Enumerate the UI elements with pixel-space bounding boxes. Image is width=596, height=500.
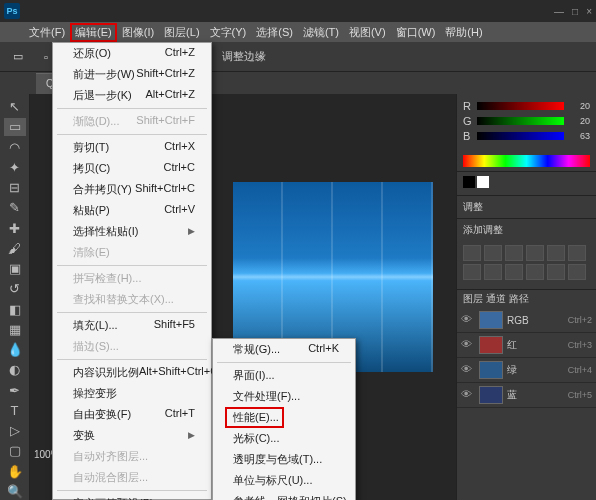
- refine-edge-button[interactable]: 调整边缘: [222, 49, 266, 64]
- menu-item[interactable]: 自由变换(F)Ctrl+T: [53, 404, 211, 425]
- menu-item[interactable]: 光标(C)...: [213, 428, 355, 449]
- menu-window[interactable]: 窗口(W): [391, 23, 441, 42]
- adj-icon[interactable]: [568, 264, 586, 280]
- adj-icon[interactable]: [484, 264, 502, 280]
- channel-thumb: [479, 336, 503, 354]
- wand-tool-icon[interactable]: ✦: [4, 159, 26, 176]
- channel-shortcut: Ctrl+3: [568, 340, 592, 350]
- adj-icon[interactable]: [505, 264, 523, 280]
- menu-item[interactable]: 变换▶: [53, 425, 211, 446]
- close-button[interactable]: ×: [586, 6, 592, 17]
- menu-item[interactable]: 单位与标尺(U)...: [213, 470, 355, 491]
- type-tool-icon[interactable]: T: [4, 402, 26, 419]
- menu-file[interactable]: 文件(F): [24, 23, 70, 42]
- channel-name: 红: [507, 338, 564, 352]
- menu-select[interactable]: 选择(S): [251, 23, 298, 42]
- window-controls: — □ ×: [554, 6, 592, 17]
- menu-item[interactable]: 填充(L)...Shift+F5: [53, 315, 211, 336]
- b-label: B: [463, 130, 473, 142]
- menu-item[interactable]: 合并拷贝(Y)Shift+Ctrl+C: [53, 179, 211, 200]
- menu-item[interactable]: 参考线、网格和切片(S)...: [213, 491, 355, 500]
- crop-tool-icon[interactable]: ⊟: [4, 179, 26, 196]
- hand-tool-icon[interactable]: ✋: [4, 463, 26, 480]
- channel-row[interactable]: 👁蓝Ctrl+5: [457, 383, 596, 408]
- menu-item[interactable]: 常规(G)...Ctrl+K: [213, 339, 355, 360]
- adj-icon[interactable]: [505, 245, 523, 261]
- menu-item[interactable]: 选择性粘贴(I)▶: [53, 221, 211, 242]
- app-logo: Ps: [4, 3, 20, 19]
- adj-icon[interactable]: [526, 245, 544, 261]
- menu-item[interactable]: 界面(I)...: [213, 365, 355, 386]
- move-tool-icon[interactable]: ↖: [4, 98, 26, 115]
- channel-thumb: [479, 311, 503, 329]
- stamp-tool-icon[interactable]: ▣: [4, 260, 26, 277]
- menu-item[interactable]: 性能(E)...: [213, 407, 355, 428]
- channel-name: 绿: [507, 363, 564, 377]
- adj-icon[interactable]: [526, 264, 544, 280]
- r-slider[interactable]: [477, 102, 564, 110]
- menu-item[interactable]: 拷贝(C)Ctrl+C: [53, 158, 211, 179]
- menu-item[interactable]: 透明度与色域(T)...: [213, 449, 355, 470]
- zoom-tool-icon[interactable]: 🔍: [4, 483, 26, 500]
- swatch[interactable]: [463, 176, 475, 188]
- menu-filter[interactable]: 滤镜(T): [298, 23, 344, 42]
- menu-type[interactable]: 文字(Y): [205, 23, 252, 42]
- brush-tool-icon[interactable]: 🖌: [4, 240, 26, 257]
- visibility-icon[interactable]: 👁: [461, 388, 475, 402]
- visibility-icon[interactable]: 👁: [461, 313, 475, 327]
- menu-item[interactable]: 后退一步(K)Alt+Ctrl+Z: [53, 85, 211, 106]
- history-brush-icon[interactable]: ↺: [4, 280, 26, 297]
- r-value: 20: [568, 101, 590, 111]
- adj-icon[interactable]: [547, 245, 565, 261]
- menu-item[interactable]: 前进一步(W)Shift+Ctrl+Z: [53, 64, 211, 85]
- swatch[interactable]: [477, 176, 489, 188]
- channel-row[interactable]: 👁绿Ctrl+4: [457, 358, 596, 383]
- r-label: R: [463, 100, 473, 112]
- marquee-tool-icon[interactable]: ▭: [4, 118, 26, 135]
- swatches-panel: [457, 171, 596, 195]
- adj-icon[interactable]: [484, 245, 502, 261]
- menu-item[interactable]: 剪切(T)Ctrl+X: [53, 137, 211, 158]
- shape-tool-icon[interactable]: ▢: [4, 442, 26, 459]
- menu-item: 渐隐(D)...Shift+Ctrl+F: [53, 111, 211, 132]
- menu-item[interactable]: 还原(O)Ctrl+Z: [53, 43, 211, 64]
- channel-shortcut: Ctrl+2: [568, 315, 592, 325]
- adj-icon[interactable]: [568, 245, 586, 261]
- adj-icon[interactable]: [463, 245, 481, 261]
- pen-tool-icon[interactable]: ✒: [4, 382, 26, 399]
- tool-preset-icon[interactable]: ▭: [6, 46, 30, 68]
- eyedropper-tool-icon[interactable]: ✎: [4, 199, 26, 216]
- visibility-icon[interactable]: 👁: [461, 363, 475, 377]
- channel-row[interactable]: 👁红Ctrl+3: [457, 333, 596, 358]
- hue-strip[interactable]: [463, 155, 590, 167]
- panel-tabs[interactable]: 图层 通道 路径: [457, 290, 596, 308]
- visibility-icon[interactable]: 👁: [461, 338, 475, 352]
- channel-row[interactable]: 👁RGBCtrl+2: [457, 308, 596, 333]
- adjust-tab[interactable]: 调整: [457, 195, 596, 218]
- maximize-button[interactable]: □: [572, 6, 578, 17]
- menu-item[interactable]: 粘贴(P)Ctrl+V: [53, 200, 211, 221]
- path-tool-icon[interactable]: ▷: [4, 422, 26, 439]
- menu-help[interactable]: 帮助(H): [440, 23, 487, 42]
- menu-item[interactable]: 内容识别比例Alt+Shift+Ctrl+C: [53, 362, 211, 383]
- menu-item: 拼写检查(H)...: [53, 268, 211, 289]
- menu-item: 描边(S)...: [53, 336, 211, 357]
- b-slider[interactable]: [477, 132, 564, 140]
- heal-tool-icon[interactable]: ✚: [4, 220, 26, 237]
- gradient-tool-icon[interactable]: ▦: [4, 321, 26, 338]
- minimize-button[interactable]: —: [554, 6, 564, 17]
- menu-item[interactable]: 操控变形: [53, 383, 211, 404]
- blur-tool-icon[interactable]: 💧: [4, 341, 26, 358]
- menu-layer[interactable]: 图层(L): [159, 23, 204, 42]
- menu-view[interactable]: 视图(V): [344, 23, 391, 42]
- dodge-tool-icon[interactable]: ◐: [4, 361, 26, 378]
- adj-icon[interactable]: [463, 264, 481, 280]
- adj-icon[interactable]: [547, 264, 565, 280]
- menu-item[interactable]: 定义画笔预设(B)...: [53, 493, 211, 500]
- g-slider[interactable]: [477, 117, 564, 125]
- eraser-tool-icon[interactable]: ◧: [4, 301, 26, 318]
- menu-image[interactable]: 图像(I): [117, 23, 159, 42]
- menu-edit[interactable]: 编辑(E): [70, 23, 117, 42]
- menu-item[interactable]: 文件处理(F)...: [213, 386, 355, 407]
- lasso-tool-icon[interactable]: ◠: [4, 139, 26, 156]
